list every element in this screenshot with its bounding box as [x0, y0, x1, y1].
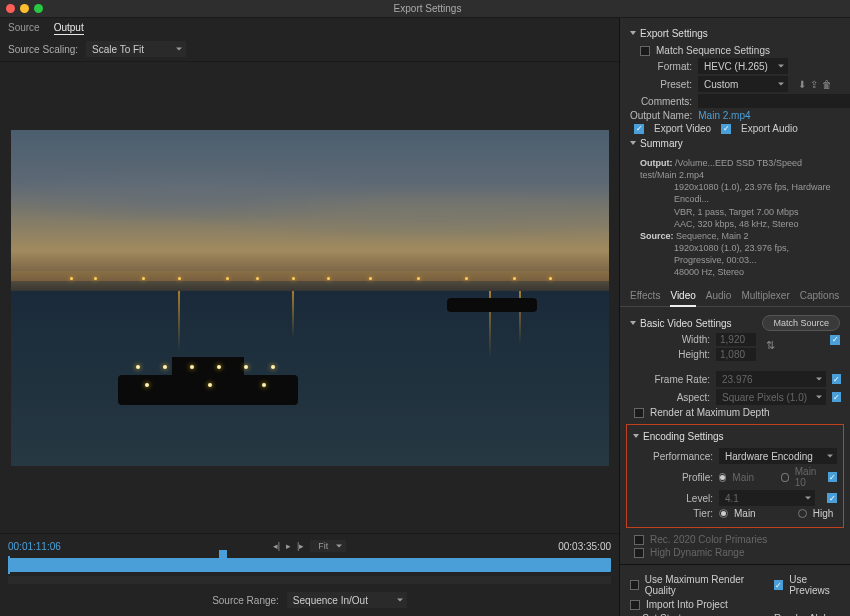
rec2020-label: Rec. 2020 Color Primaries: [650, 534, 767, 545]
format-select[interactable]: HEVC (H.265): [698, 58, 788, 74]
render-max-depth-checkbox[interactable]: [634, 408, 644, 418]
tier-high-label: High: [813, 508, 834, 519]
source-range-label: Source Range:: [212, 595, 279, 606]
minimize-window-icon[interactable]: [20, 4, 29, 13]
use-previews-label: Use Previews: [789, 574, 840, 596]
link-icon[interactable]: ⇅: [762, 339, 779, 352]
chevron-down-icon: [630, 321, 636, 328]
encoding-settings-header[interactable]: Encoding Settings: [633, 431, 837, 442]
timeline-ruler[interactable]: [8, 576, 611, 584]
width-label: Width:: [630, 334, 710, 345]
tier-main-radio[interactable]: [719, 509, 728, 518]
zoom-fit-select[interactable]: Fit: [310, 540, 346, 552]
source-scaling-select[interactable]: Scale To Fit: [86, 41, 186, 57]
match-sequence-label: Match Sequence Settings: [656, 45, 770, 56]
maximize-window-icon[interactable]: [34, 4, 43, 13]
tier-label: Tier:: [633, 508, 713, 519]
match-sequence-checkbox[interactable]: [640, 46, 650, 56]
tab-source[interactable]: Source: [8, 22, 40, 35]
profile-main-radio[interactable]: [719, 473, 726, 482]
source-range-select[interactable]: Sequence In/Out: [287, 592, 407, 608]
export-audio-checkbox[interactable]: ✓: [721, 124, 731, 134]
performance-select[interactable]: Hardware Encoding: [719, 448, 837, 464]
performance-label: Performance:: [633, 451, 713, 462]
tab-output[interactable]: Output: [54, 22, 84, 35]
rec2020-checkbox[interactable]: [634, 535, 644, 545]
transport-area: 00:01:11:06 ◂| ▸ |▸ Fit 00:03:35:00 Sour…: [0, 533, 619, 616]
chevron-down-icon: [630, 141, 636, 148]
current-timecode[interactable]: 00:01:11:06: [8, 541, 61, 552]
level-label: Level:: [633, 493, 713, 504]
profile-match-checkbox[interactable]: ✓: [828, 472, 837, 482]
height-field[interactable]: 1,080: [716, 348, 756, 361]
import-preset-icon[interactable]: ⇪: [810, 79, 818, 90]
aspect-match-checkbox[interactable]: ✓: [832, 392, 841, 402]
subtab-captions[interactable]: Captions: [800, 290, 839, 306]
profile-main-label: Main: [732, 472, 754, 483]
source-scaling-label: Source Scaling:: [8, 44, 78, 55]
subtab-multiplexer[interactable]: Multiplexer: [741, 290, 789, 306]
playhead[interactable]: [219, 550, 227, 560]
step-fwd-icon[interactable]: |▸: [297, 541, 304, 551]
comments-input[interactable]: [698, 94, 850, 108]
left-panel: Source Output Source Scaling: Scale To F…: [0, 18, 620, 616]
close-window-icon[interactable]: [6, 4, 15, 13]
aspect-select[interactable]: Square Pixels (1.0): [716, 389, 826, 405]
duration-timecode: 00:03:35:00: [558, 541, 611, 552]
tier-main-label: Main: [734, 508, 756, 519]
hdr-checkbox[interactable]: [634, 548, 644, 558]
profile-label: Profile:: [633, 472, 713, 483]
encoding-settings-box: Encoding Settings Performance: Hardware …: [626, 424, 844, 528]
level-match-checkbox[interactable]: ✓: [827, 493, 837, 503]
preset-label: Preset:: [630, 79, 692, 90]
export-video-label: Export Video: [654, 123, 711, 134]
titlebar: Export Settings: [0, 0, 850, 18]
play-icon[interactable]: ▸: [286, 541, 291, 551]
height-label: Height:: [630, 349, 710, 360]
max-render-quality-label: Use Maximum Render Quality: [645, 574, 756, 596]
comments-label: Comments:: [630, 96, 692, 107]
framerate-match-checkbox[interactable]: ✓: [832, 374, 841, 384]
delete-preset-icon[interactable]: 🗑: [822, 79, 832, 90]
save-preset-icon[interactable]: ⬇: [798, 79, 806, 90]
tier-high-radio[interactable]: [798, 509, 807, 518]
window-title: Export Settings: [49, 3, 806, 14]
profile-main10-radio[interactable]: [781, 473, 788, 482]
render-max-depth-label: Render at Maximum Depth: [650, 407, 770, 418]
import-project-checkbox[interactable]: [630, 600, 640, 610]
chevron-down-icon: [630, 31, 636, 38]
framerate-label: Frame Rate:: [630, 374, 710, 385]
match-source-button[interactable]: Match Source: [762, 315, 840, 331]
hdr-label: High Dynamic Range: [650, 547, 745, 558]
step-back-icon[interactable]: ◂|: [273, 541, 280, 551]
preview-ship: [118, 375, 298, 405]
max-render-quality-checkbox[interactable]: [630, 580, 639, 590]
right-panel: Export Settings Match Sequence Settings …: [620, 18, 850, 616]
export-settings-header[interactable]: Export Settings: [630, 28, 840, 39]
subtab-video[interactable]: Video: [670, 290, 695, 307]
level-select[interactable]: 4.1: [719, 490, 815, 506]
width-field[interactable]: 1,920: [716, 333, 756, 346]
width-match-checkbox[interactable]: ✓: [830, 335, 840, 345]
subtab-audio[interactable]: Audio: [706, 290, 732, 306]
preview-ship: [447, 298, 537, 312]
framerate-select[interactable]: 23.976: [716, 371, 826, 387]
aspect-label: Aspect:: [630, 392, 710, 403]
export-video-checkbox[interactable]: ✓: [634, 124, 644, 134]
output-name-label: Output Name:: [630, 110, 692, 121]
format-label: Format:: [630, 61, 692, 72]
video-preview: [11, 130, 609, 466]
preset-select[interactable]: Custom: [698, 76, 788, 92]
output-name-link[interactable]: Main 2.mp4: [698, 110, 750, 121]
summary-block: Output: /Volume...EED SSD TB3/Speed test…: [630, 155, 840, 280]
profile-main10-label: Main 10: [795, 466, 822, 488]
export-audio-label: Export Audio: [741, 123, 798, 134]
import-project-label: Import Into Project: [646, 599, 728, 610]
summary-header[interactable]: Summary: [630, 138, 840, 149]
subtab-effects[interactable]: Effects: [630, 290, 660, 306]
basic-video-header[interactable]: Basic Video Settings: [630, 318, 732, 329]
use-previews-checkbox[interactable]: ✓: [774, 580, 783, 590]
timeline-scrubber[interactable]: [8, 558, 611, 572]
chevron-down-icon: [633, 434, 639, 441]
